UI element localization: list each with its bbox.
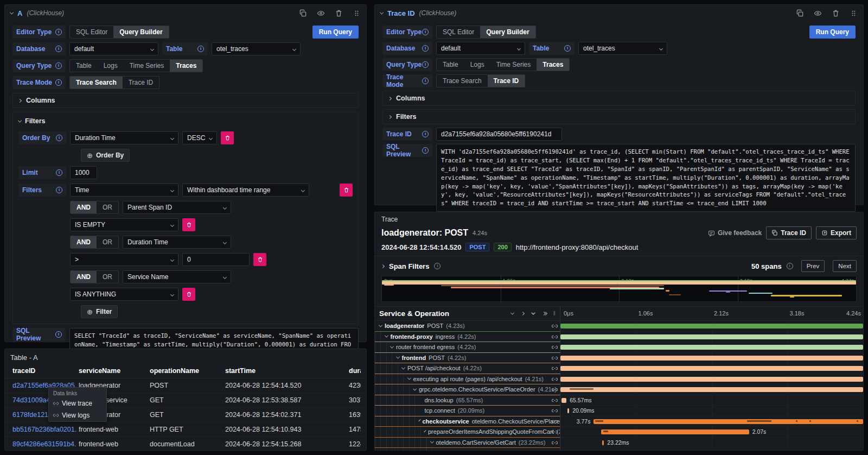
query-type-traces[interactable]: Traces [537, 59, 569, 71]
query-type-table[interactable]: Table [437, 59, 464, 71]
query-refid[interactable]: Trace ID [387, 9, 415, 17]
eye-icon[interactable] [317, 9, 325, 17]
span-row[interactable]: checkoutserviceoteldemo.CheckoutService/… [375, 416, 863, 427]
filter-field-select[interactable]: Duration Time [123, 236, 231, 249]
query-type-logs[interactable]: Logs [98, 60, 124, 72]
view-trace-link[interactable]: View trace [49, 397, 106, 409]
chevron-down-icon[interactable] [401, 365, 405, 369]
link-icon[interactable] [552, 355, 558, 361]
info-icon[interactable]: i [197, 46, 204, 52]
duplicate-icon[interactable] [796, 9, 804, 17]
link-icon[interactable] [552, 344, 558, 350]
span-row[interactable]: oteldemo.CartService/GetCart(23.22ms)23.… [375, 438, 863, 448]
column-header[interactable]: operationName [148, 364, 223, 378]
link-icon[interactable] [552, 365, 558, 371]
drag-handle-icon[interactable] [850, 9, 858, 17]
chevron-down-icon[interactable] [384, 334, 388, 338]
chevron-down-icon[interactable] [418, 419, 420, 421]
query-type-logs[interactable]: Logs [464, 59, 490, 71]
table-select[interactable]: otel_traces [212, 42, 301, 55]
chevron-down-icon[interactable] [436, 450, 439, 451]
prev-button[interactable]: Prev [801, 260, 825, 272]
query-type-timeseries[interactable]: Time Series [124, 60, 170, 72]
remove-filter-button[interactable] [182, 218, 195, 231]
info-icon[interactable]: i [56, 135, 62, 141]
or-option[interactable]: OR [97, 271, 118, 283]
chevron-down-icon[interactable] [413, 387, 417, 390]
filter-value-input[interactable] [182, 253, 250, 266]
or-option[interactable]: OR [97, 236, 118, 248]
filter-value-select[interactable]: Within dashboard time range [182, 184, 309, 197]
link-icon[interactable] [552, 387, 558, 393]
filter-field-select[interactable]: Parent Span ID [123, 201, 231, 214]
info-icon[interactable]: i [787, 263, 793, 269]
span-row[interactable]: grpc.oteldemo.CheckoutService/PlaceOrder… [375, 384, 863, 395]
add-filter-button[interactable]: ⊕Filter [81, 305, 118, 318]
expand-all-icon[interactable] [541, 312, 548, 315]
add-order-by-button[interactable]: ⊕Order By [81, 149, 130, 162]
collapse-one-icon[interactable] [510, 312, 515, 315]
span-filters-label[interactable]: Span Filters [389, 262, 429, 270]
query-builder-option[interactable]: Query Builder [480, 26, 535, 38]
database-select[interactable]: default [69, 42, 158, 55]
remove-filter-button[interactable] [182, 288, 195, 301]
chevron-down-icon[interactable] [390, 344, 394, 348]
info-icon[interactable]: i [422, 131, 429, 137]
info-icon[interactable]: i [55, 46, 62, 52]
column-header[interactable]: traceID [10, 364, 76, 378]
sql-editor-option[interactable]: SQL Editor [70, 26, 113, 38]
trash-icon[interactable] [335, 9, 343, 17]
query-builder-option[interactable]: Query Builder [113, 26, 168, 38]
and-option[interactable]: AND [71, 271, 97, 283]
trace-search-option[interactable]: Trace Search [70, 77, 123, 89]
remove-filter-button[interactable] [340, 184, 353, 197]
trash-icon[interactable] [832, 9, 840, 17]
database-select[interactable]: default [436, 42, 525, 55]
collapse-chevron-icon[interactable] [380, 10, 384, 14]
span-row[interactable]: loadgeneratorPOST(4.23s) [375, 321, 863, 332]
link-icon[interactable] [552, 408, 558, 414]
table-select[interactable]: otel_traces [578, 42, 667, 55]
and-option[interactable]: AND [71, 236, 97, 248]
info-icon[interactable]: i [422, 78, 429, 84]
chevron-down-icon[interactable] [424, 430, 426, 432]
link-icon[interactable] [552, 334, 558, 340]
info-icon[interactable]: i [564, 45, 571, 52]
filter-field-select[interactable]: Time [70, 184, 178, 197]
collapse-all-icon[interactable] [531, 312, 536, 315]
span-row[interactable]: dns.lookup(65.57ms)65.57ms [375, 395, 863, 406]
remove-filter-button[interactable] [253, 253, 266, 266]
query-type-timeseries[interactable]: Time Series [490, 59, 537, 71]
trace-id-input[interactable] [436, 128, 562, 141]
chevron-down-icon[interactable] [407, 376, 411, 380]
trace-id-button[interactable]: Trace ID [766, 226, 812, 239]
filter-operator-select[interactable]: IS EMPTY [70, 218, 178, 231]
info-icon[interactable]: i [434, 263, 441, 269]
columns-section[interactable]: Columns [382, 91, 856, 106]
trace-id-link[interactable]: bb5167b236bfa0201... [10, 422, 76, 437]
filter-operator-select[interactable]: > [70, 253, 178, 266]
run-query-button[interactable]: Run Query [312, 26, 359, 39]
and-option[interactable]: AND [71, 201, 97, 213]
limit-input[interactable] [70, 166, 97, 179]
trace-search-option[interactable]: Trace Search [437, 75, 488, 87]
collapse-chevron-icon[interactable] [10, 10, 14, 14]
span-row[interactable]: frontendPOST(4.22s) [375, 353, 863, 364]
query-refid[interactable]: A [17, 9, 22, 17]
link-icon[interactable] [552, 376, 558, 382]
info-icon[interactable]: i [422, 45, 429, 52]
remove-order-by-button[interactable] [221, 131, 234, 144]
columns-section[interactable]: Columns [12, 93, 359, 108]
query-type-traces[interactable]: Traces [170, 60, 202, 72]
next-button[interactable]: Next [833, 260, 857, 272]
info-icon[interactable]: i [55, 62, 62, 69]
export-button[interactable]: Export [816, 226, 857, 239]
view-logs-link[interactable]: View logs [49, 409, 106, 421]
link-icon[interactable] [552, 397, 558, 403]
span-row[interactable]: executing api route (pages) /api/checkou… [375, 374, 863, 385]
link-icon[interactable] [552, 429, 558, 435]
info-icon[interactable]: i [55, 79, 62, 86]
give-feedback-link[interactable]: Give feedback [708, 229, 762, 237]
info-icon[interactable]: i [55, 331, 62, 338]
info-icon[interactable]: i [56, 169, 62, 176]
